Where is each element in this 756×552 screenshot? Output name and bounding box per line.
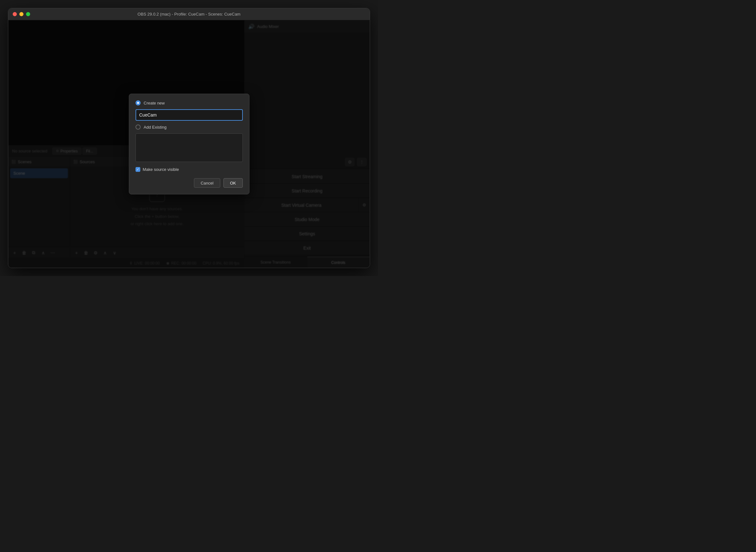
titlebar: OBS 29.0.2 (mac) - Profile: CueCam - Sce… — [8, 8, 370, 20]
source-name-input[interactable] — [136, 109, 243, 121]
modal-dialog: Create new Add Existing ✓ Make source vi… — [129, 94, 249, 194]
existing-sources-list — [136, 133, 243, 162]
maximize-button[interactable] — [26, 12, 30, 16]
cancel-button[interactable]: Cancel — [194, 178, 220, 188]
create-new-option[interactable]: Create new — [136, 100, 243, 106]
make-visible-label: Make source visible — [143, 167, 179, 172]
add-existing-option[interactable]: Add Existing — [136, 125, 243, 130]
ok-button[interactable]: OK — [223, 178, 243, 188]
minimize-button[interactable] — [19, 12, 23, 16]
window-controls — [13, 12, 30, 16]
add-existing-radio[interactable] — [136, 125, 141, 130]
modal-overlay: Create new Add Existing ✓ Make source vi… — [8, 20, 370, 268]
make-visible-row: ✓ Make source visible — [136, 167, 243, 172]
main-layout: No source selected ⚙ Properties Fil... ⚙… — [8, 20, 370, 268]
obs-window: OBS 29.0.2 (mac) - Profile: CueCam - Sce… — [8, 8, 370, 268]
create-new-label: Create new — [144, 101, 165, 106]
radio-inner — [137, 102, 139, 104]
add-existing-label: Add Existing — [144, 125, 167, 130]
modal-footer: Cancel OK — [136, 178, 243, 188]
make-visible-checkbox[interactable]: ✓ — [136, 167, 140, 172]
window-title: OBS 29.0.2 (mac) - Profile: CueCam - Sce… — [138, 12, 240, 16]
create-new-radio[interactable] — [136, 100, 141, 106]
close-button[interactable] — [13, 12, 17, 16]
